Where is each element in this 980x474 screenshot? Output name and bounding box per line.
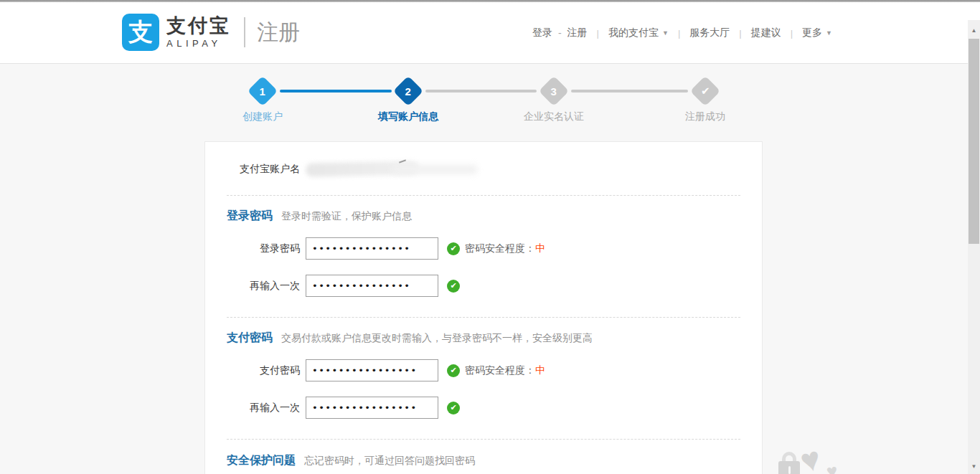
pay-password-confirm-input[interactable] xyxy=(306,397,438,419)
header-inner: 支 支付宝 ALIPAY 注册 登录 - 注册 | 我的支付宝 ▼ | 服务大厅… xyxy=(122,2,832,63)
nav-suggest-link[interactable]: 提建议 xyxy=(751,27,781,39)
heart-icon: ♥ xyxy=(825,460,839,474)
security-question-section-desc: 忘记密码时，可通过回答问题找回密码 xyxy=(304,455,475,468)
pay-password-label: 支付密码 xyxy=(205,364,300,377)
pay-password-input[interactable] xyxy=(306,359,438,381)
step-connector xyxy=(425,90,537,93)
step-4-label: 注册成功 xyxy=(644,110,766,123)
alipay-register-page: 支 支付宝 ALIPAY 注册 登录 - 注册 | 我的支付宝 ▼ | 服务大厅… xyxy=(0,0,980,474)
check-circle-icon: ✔ xyxy=(447,364,460,377)
step-4-check-icon: ✔ xyxy=(690,76,720,106)
logo-divider xyxy=(244,17,245,47)
account-name-label: 支付宝账户名 xyxy=(205,163,300,176)
login-password-section-desc: 登录时需验证，保护账户信息 xyxy=(281,210,412,223)
nav-my-alipay-link[interactable]: 我的支付宝 xyxy=(608,27,659,39)
pay-password-section-header: 支付密码 交易付款或账户信息更改时需输入，与登录密码不一样，安全级别更高 xyxy=(227,331,593,346)
login-password-row: 登录密码 ✔ 密码安全程度：中 xyxy=(205,237,762,260)
registration-form-card: 支付宝账户名 登录密码 登录时需验证，保护账户信息 登录密码 ✔ 密码安全程度：… xyxy=(204,141,763,474)
page-title: 注册 xyxy=(257,18,300,47)
step-3-label: 企业实名认证 xyxy=(493,110,615,123)
nav-login-link[interactable]: 登录 xyxy=(532,27,552,39)
step-2-label: 填写账户信息 xyxy=(347,110,469,123)
nav-register-link[interactable]: 注册 xyxy=(567,27,588,39)
login-password-confirm-row: 再输入一次 ✔ xyxy=(205,275,762,297)
account-name-row: 支付宝账户名 xyxy=(205,161,762,178)
password-strength-text: 密码安全程度：中 xyxy=(465,242,545,255)
alipay-logo-icon: 支 xyxy=(122,14,159,51)
step-1-label: 创建账户 xyxy=(202,110,324,123)
pay-password-row: 支付密码 ✔ 密码安全程度：中 xyxy=(205,359,762,381)
header: 支 支付宝 ALIPAY 注册 登录 - 注册 | 我的支付宝 ▼ | 服务大厅… xyxy=(0,2,980,64)
login-password-section-title: 登录密码 xyxy=(227,209,273,224)
login-password-confirm-input[interactable] xyxy=(306,275,438,297)
scroll-down-button[interactable]: ▼ xyxy=(968,460,980,473)
nav-separator: | xyxy=(678,28,680,39)
brand-block: 支付宝 ALIPAY xyxy=(166,16,231,48)
brand-name-en: ALIPAY xyxy=(166,39,231,48)
section-divider xyxy=(227,439,740,440)
password-strength-text: 密码安全程度：中 xyxy=(465,364,545,377)
check-circle-icon: ✔ xyxy=(447,280,460,293)
chevron-down-icon[interactable]: ▼ xyxy=(826,29,832,37)
section-divider xyxy=(227,195,740,196)
nav-separator: | xyxy=(739,28,741,39)
pay-password-section-title: 支付密码 xyxy=(227,331,273,346)
lock-icon xyxy=(778,452,800,474)
nav-separator: | xyxy=(791,28,793,39)
progress-stepper: 1 2 3 ✔ 创建账户 填写账户信息 企业实名认证 注册成功 xyxy=(204,77,763,125)
step-connector-active xyxy=(280,90,392,93)
pay-password-confirm-label: 再输入一次 xyxy=(205,402,300,414)
pay-password-confirm-row: 再输入一次 ✔ xyxy=(205,397,762,419)
nav-dash: - xyxy=(558,27,562,39)
account-name-value-redacted xyxy=(306,161,485,178)
alipay-logo[interactable]: 支 支付宝 ALIPAY 注册 xyxy=(122,14,300,51)
vertical-scrollbar[interactable]: ▲ ▼ xyxy=(968,20,980,474)
nav-separator: | xyxy=(597,28,599,39)
password-strength-value: 中 xyxy=(535,364,545,376)
heart-icon: ♥ xyxy=(796,438,825,474)
brand-name: 支付宝 xyxy=(166,16,231,36)
login-password-confirm-label: 再输入一次 xyxy=(205,280,300,293)
nav-service-hall-link[interactable]: 服务大厅 xyxy=(689,27,730,39)
security-question-section-title: 安全保护问题 xyxy=(227,453,296,468)
step-1-marker: 1 xyxy=(248,76,278,106)
section-divider xyxy=(227,317,740,318)
nav-more-link[interactable]: 更多 xyxy=(802,27,822,39)
scrollbar-thumb[interactable] xyxy=(969,39,979,244)
chevron-down-icon[interactable]: ▼ xyxy=(662,29,669,37)
check-circle-icon: ✔ xyxy=(447,242,460,255)
login-password-section-header: 登录密码 登录时需验证，保护账户信息 xyxy=(227,209,412,224)
step-3-marker: 3 xyxy=(539,76,569,106)
step-connector xyxy=(571,90,688,93)
login-password-label: 登录密码 xyxy=(205,242,300,255)
scroll-up-button[interactable]: ▲ xyxy=(968,24,980,37)
pay-password-section-desc: 交易付款或账户信息更改时需输入，与登录密码不一样，安全级别更高 xyxy=(281,332,593,345)
login-password-input[interactable] xyxy=(306,237,438,260)
password-strength-value: 中 xyxy=(535,242,545,254)
top-nav: 登录 - 注册 | 我的支付宝 ▼ | 服务大厅 | 提建议 | 更多 ▼ xyxy=(532,27,832,39)
check-circle-icon: ✔ xyxy=(447,402,460,414)
security-question-section-header: 安全保护问题 忘记密码时，可通过回答问题找回密码 xyxy=(227,453,475,468)
step-2-marker: 2 xyxy=(393,76,423,106)
